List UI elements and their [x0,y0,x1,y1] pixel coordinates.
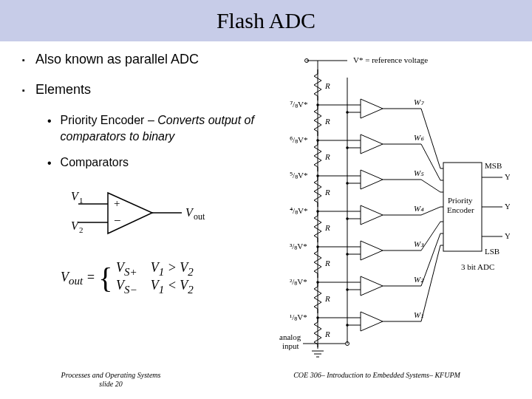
comparator-diagram: + − V1 V2 Vout [71,182,273,251]
f-gt: > [164,260,180,275]
vref-label: V* = reference voltage [353,55,428,64]
minus-label: − [114,214,121,228]
svg-text:W₅: W₅ [414,168,424,177]
bullet-elements: ▪ Elements [22,82,273,98]
sub-bullet-text: Priority Encoder – Converts output of co… [61,112,273,144]
circuit-column: V* = reference voltage Priority Encoder … [273,52,510,365]
bullet-parallel-adc: ▪ Also known as parallel ADC [22,52,273,67]
brace-icon: { [98,262,112,295]
vout-formula: Vout = { VS+ V1 > V2 VS− V1 < V2 [61,260,273,296]
f-c2bs: 2 [188,284,194,296]
svg-text:W₁: W₁ [414,310,423,319]
svg-text:W₆: W₆ [414,133,424,142]
svg-marker-25 [361,99,383,118]
encoder-l2: Encoder [447,205,474,214]
encoder-label: Priority Encoder – [61,114,158,126]
f-vout: V [61,270,69,284]
bullet-text: Also known as parallel ADC [35,52,199,67]
bullet-text: Elements [35,82,91,98]
f-c1b: V [180,260,188,275]
svg-text:¹/₈V*: ¹/₈V* [290,313,307,321]
f-cases: VS+ V1 > V2 VS− V1 < V2 [116,260,194,296]
analog-l2: input [282,341,299,350]
msb-label: MSB [485,161,502,170]
svg-text:W₃: W₃ [414,239,424,248]
footer-slide-num: slide 20 [0,380,222,389]
sub-bullet-encoder: • Priority Encoder – Converts output of … [47,112,273,144]
svg-text:⁷/₈V*: ⁷/₈V* [290,100,308,109]
svg-text:R: R [324,223,330,232]
svg-marker-33 [361,134,383,154]
y0: Y₀ [505,231,510,240]
f-vsm-s: S− [124,284,137,296]
svg-marker-65 [361,276,383,296]
lsb-label: LSB [485,247,499,256]
f-vsm: V [116,278,124,293]
svg-marker-73 [361,312,383,331]
svg-text:⁵/₈V*: ⁵/₈V* [290,171,308,180]
square-bullet-icon: ▪ [22,55,25,64]
svg-marker-49 [361,205,383,225]
footer-course: Processes and Operating Systems [0,371,222,380]
svg-text:⁶/₈V*: ⁶/₈V* [290,135,308,144]
square-bullet-icon: ▪ [22,86,25,95]
svg-text:W₂: W₂ [414,275,424,284]
f-vsp: V [116,260,124,275]
y1: Y₁ [505,202,510,211]
svg-text:³/₈V*: ³/₈V* [290,242,307,250]
dot-bullet-icon: • [47,155,52,171]
svg-text:2: 2 [79,225,83,234]
encoder-l1: Priority [448,196,473,205]
svg-text:R: R [324,152,330,161]
footer-right: COE 306– Introduction to Embedded System… [222,371,532,389]
text-column: ▪ Also known as parallel ADC ▪ Elements … [22,52,273,365]
comparator-svg: + − V1 V2 Vout [71,182,219,248]
svg-marker-57 [361,241,383,260]
f-lt: < [164,278,180,293]
svg-text:R: R [324,117,330,126]
svg-text:R: R [324,294,330,303]
svg-text:W₇: W₇ [414,98,425,106]
f-c2a: V [151,278,159,293]
svg-text:1: 1 [79,196,83,205]
svg-text:R: R [324,188,330,197]
f-vsp-s: S+ [124,265,137,277]
sub-bullet-list: • Priority Encoder – Converts output of … [47,112,273,171]
svg-text:²/₈V*: ²/₈V* [290,277,307,286]
f-c2b: V [180,278,188,293]
footer-left: Processes and Operating Systems slide 20 [0,371,222,389]
stages: R⁷/₈V*W₇R⁶/₈V*W₆R⁵/₈V*W₅R⁴/₈V*W₄R³/₈V*W₃… [290,69,443,349]
svg-text:out: out [194,211,205,222]
y2: Y₂ [505,172,510,181]
f-c1a: V [151,260,159,275]
plus-label: + [114,197,120,209]
dot-bullet-icon: • [47,113,52,129]
svg-text:⁴/₈V*: ⁴/₈V* [290,206,308,215]
svg-text:R: R [324,330,330,338]
flash-adc-circuit: V* = reference voltage Priority Encoder … [273,52,510,362]
adc-label: 3 bit ADC [461,262,494,271]
analog-l1: analog [279,332,301,341]
svg-text:R: R [324,81,330,90]
title-bar: Flash ADC [0,0,532,41]
sub-bullet-text: Comparators [61,154,129,171]
svg-text:W₄: W₄ [414,204,424,213]
slide-footer: Processes and Operating Systems slide 20… [0,371,532,389]
f-c1bs: 2 [188,265,194,277]
svg-marker-41 [361,170,383,189]
slide-title: Flash ADC [216,8,316,33]
svg-text:R: R [324,259,330,267]
f-vout-sub: out [69,275,83,287]
content-area: ▪ Also known as parallel ADC ▪ Elements … [0,41,532,365]
f-eq: = [86,270,99,284]
sub-bullet-comparators: • Comparators [47,154,273,171]
